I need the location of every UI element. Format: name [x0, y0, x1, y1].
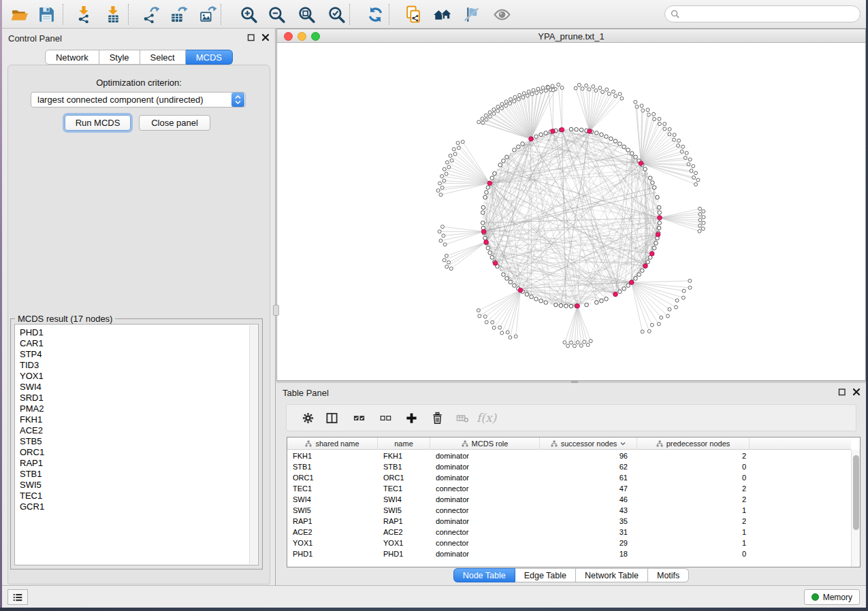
float-panel-icon[interactable] — [247, 33, 255, 42]
mcds-result-item[interactable]: SWI5 — [15, 480, 258, 491]
column-header-MCDS-role[interactable]: MCDS role — [430, 437, 540, 450]
network-graph — [277, 43, 865, 380]
search-input[interactable] — [679, 10, 860, 19]
refresh-view-icon[interactable] — [364, 3, 387, 26]
mcds-result-item[interactable]: SRD1 — [15, 393, 258, 403]
table-row[interactable]: FKH1FKH1dominator962 — [287, 450, 851, 461]
tab-network[interactable]: Network — [45, 50, 99, 65]
clone-network-icon[interactable] — [402, 3, 425, 26]
tab-motifs[interactable]: Motifs — [648, 568, 689, 582]
tab-node-table[interactable]: Node Table — [453, 568, 515, 582]
node-table: shared namenameMCDS rolesuccessor nodesp… — [287, 437, 861, 567]
mcds-result-group: MCDS result (17 nodes) PHD1CAR1STP4TID3Y… — [10, 318, 263, 569]
tab-select[interactable]: Select — [140, 50, 186, 65]
table-row[interactable]: STB1STB1dominator620 — [287, 461, 851, 472]
table-row[interactable]: YOX1YOX1connector291 — [287, 538, 851, 548]
network-window-titlebar[interactable]: YPA_prune.txt_1 — [277, 29, 865, 43]
mcds-result-item[interactable]: GCR1 — [15, 501, 258, 512]
close-panel-icon[interactable] — [852, 388, 861, 396]
table-row[interactable]: RAP1RAP1dominator352 — [287, 516, 851, 527]
table-settings-gear-icon[interactable] — [300, 410, 315, 425]
optimization-criterion-label: Optimization criterion: — [8, 78, 270, 88]
import-network-icon[interactable] — [72, 3, 95, 26]
mcds-tab-content: Optimization criterion: largest connecte… — [7, 65, 270, 584]
table-toolbar: f(x) — [286, 404, 856, 431]
node-table-body: FKH1FKH1dominator962STB1STB1dominator620… — [287, 450, 851, 567]
mcds-result-item[interactable]: PHD1 — [15, 327, 258, 338]
float-panel-icon[interactable] — [838, 388, 846, 396]
delete-column-icon[interactable] — [430, 410, 445, 425]
optimization-criterion-select[interactable]: largest connected component (undirected) — [31, 92, 246, 108]
close-panel-button[interactable]: Close panel — [139, 115, 210, 131]
table-row[interactable]: ORC1ORC1dominator610 — [287, 472, 851, 483]
table-scrollbar-thumb[interactable] — [853, 455, 859, 530]
column-header-shared-name[interactable]: shared name — [287, 437, 378, 450]
network-window-title: YPA_prune.txt_1 — [277, 31, 865, 42]
table-row[interactable]: SWI5SWI5connector431 — [287, 505, 851, 516]
sort-desc-icon — [620, 441, 626, 446]
toolbar-separator — [389, 4, 389, 24]
mcds-result-item[interactable]: STP4 — [15, 349, 258, 360]
import-table-icon[interactable] — [101, 3, 125, 26]
zoom-out-icon[interactable] — [265, 3, 288, 26]
mcds-result-item[interactable]: FKH1 — [15, 414, 258, 425]
tab-edge-table[interactable]: Edge Table — [515, 568, 576, 582]
mcds-result-item[interactable]: YOX1 — [15, 371, 258, 382]
toolbar-separator — [128, 4, 129, 24]
memory-label: Memory — [823, 593, 852, 602]
mcds-result-item[interactable]: TID3 — [15, 360, 258, 371]
column-header-successor-nodes[interactable]: successor nodes — [540, 437, 637, 450]
table-row[interactable]: ACE2ACE2connector311 — [287, 527, 851, 538]
mcds-result-item[interactable]: ORC1 — [15, 447, 258, 458]
export-network-icon[interactable] — [140, 3, 163, 26]
export-image-icon[interactable] — [196, 3, 219, 26]
toolbar-separator — [221, 4, 221, 24]
table-panel: Table Panel f(x) shared namenameMCDS rol… — [276, 383, 866, 585]
mcds-result-item[interactable]: ACE2 — [15, 425, 258, 436]
add-column-icon[interactable] — [404, 410, 419, 425]
table-scrollbar[interactable] — [851, 450, 860, 567]
control-panel: Control Panel NetworkStyleSelectMCDS Opt… — [2, 29, 276, 585]
tab-style[interactable]: Style — [99, 50, 140, 65]
table-row[interactable]: PHD1PHD1dominator180 — [287, 548, 851, 559]
optimization-criterion-value: largest connected component (undirected) — [31, 95, 231, 105]
tab-mcds[interactable]: MCDS — [186, 50, 233, 65]
network-view-window: YPA_prune.txt_1 — [276, 29, 866, 381]
column-header-predecessor-nodes[interactable]: predecessor nodes — [637, 437, 750, 450]
select-all-icon[interactable] — [351, 410, 366, 425]
show-columns-icon[interactable] — [324, 410, 339, 425]
zoom-fit-icon[interactable] — [295, 3, 318, 26]
zoom-in-icon[interactable] — [237, 3, 260, 26]
birdseye-view-icon[interactable] — [490, 3, 513, 26]
save-session-icon[interactable] — [35, 3, 58, 26]
panel-splitter-grip[interactable] — [273, 305, 279, 316]
hide-annotations-icon[interactable] — [460, 3, 483, 26]
network-canvas[interactable] — [277, 43, 865, 380]
zoom-selected-icon[interactable] — [325, 3, 348, 26]
mcds-result-item[interactable]: TEC1 — [15, 491, 258, 501]
network-home-icon[interactable] — [430, 3, 453, 26]
table-row[interactable]: SWI4SWI4dominator462 — [287, 494, 851, 505]
unselect-all-icon[interactable] — [378, 410, 393, 425]
export-table-icon[interactable] — [167, 3, 190, 26]
toolbar-search-field[interactable] — [664, 5, 861, 22]
main-toolbar — [2, 0, 866, 29]
column-header-name[interactable]: name — [378, 437, 430, 450]
mcds-result-item[interactable]: CAR1 — [15, 338, 258, 349]
mcds-result-item[interactable]: SWI4 — [15, 382, 258, 393]
mcds-result-item[interactable]: STB5 — [15, 436, 258, 447]
mcds-list-scrollbar[interactable] — [249, 325, 257, 564]
tab-network-table[interactable]: Network Table — [576, 568, 648, 582]
mcds-result-item[interactable]: STB1 — [15, 469, 258, 480]
mcds-result-list-box: PHD1CAR1STP4TID3YOX1SWI4SRD1PMA2FKH1ACE2… — [14, 324, 259, 565]
table-row[interactable]: TEC1TEC1connector472 — [287, 483, 851, 494]
open-session-icon[interactable] — [7, 3, 31, 26]
memory-button[interactable]: Memory — [804, 589, 860, 605]
close-panel-icon[interactable] — [261, 33, 270, 42]
mcds-result-item[interactable]: PMA2 — [15, 403, 258, 414]
delete-table-icon-disabled — [455, 410, 470, 425]
select-stepper-icon — [231, 93, 244, 107]
task-history-button[interactable] — [7, 589, 28, 605]
run-mcds-button[interactable]: Run MCDS — [65, 115, 131, 131]
mcds-result-item[interactable]: RAP1 — [15, 458, 258, 469]
